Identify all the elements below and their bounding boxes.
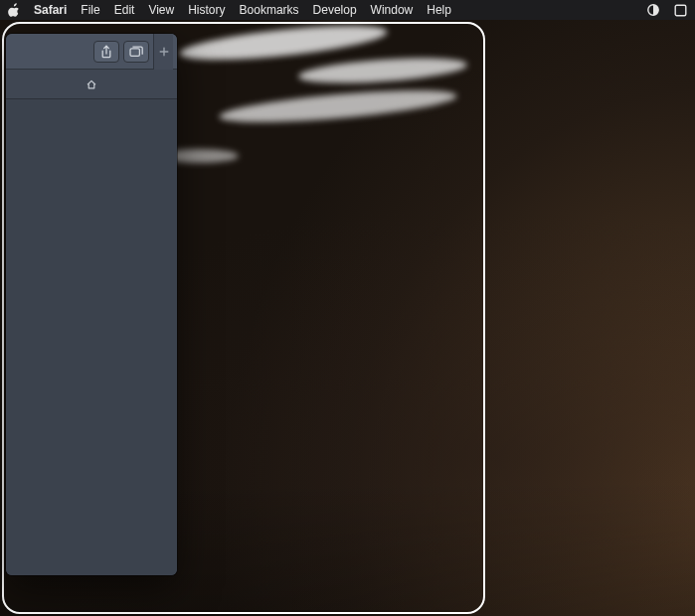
- status-toggle-icon[interactable]: [646, 3, 660, 17]
- menu-file[interactable]: File: [81, 3, 99, 17]
- safari-tab-strip: [6, 70, 177, 99]
- menu-edit[interactable]: Edit: [114, 3, 135, 17]
- svg-rect-2: [130, 48, 139, 56]
- menu-help[interactable]: Help: [427, 3, 451, 17]
- menu-bar-right: [646, 3, 687, 17]
- apple-logo-icon[interactable]: [8, 3, 20, 17]
- menu-view[interactable]: View: [148, 3, 174, 17]
- menu-bar: Safari File Edit View History Bookmarks …: [0, 0, 695, 20]
- toolbar-button-group: [93, 41, 149, 63]
- share-icon: [100, 45, 112, 59]
- menu-bar-left: Safari File Edit View History Bookmarks …: [8, 3, 451, 17]
- status-square-icon[interactable]: [674, 4, 687, 17]
- home-icon: [86, 78, 97, 90]
- safari-window[interactable]: [6, 34, 177, 575]
- menu-app-name[interactable]: Safari: [34, 3, 67, 17]
- share-button[interactable]: [93, 41, 119, 63]
- menu-window[interactable]: Window: [371, 3, 414, 17]
- safari-tab[interactable]: [6, 70, 177, 98]
- plus-icon: [159, 47, 169, 57]
- svg-rect-1: [675, 5, 686, 16]
- safari-toolbar: [6, 34, 177, 70]
- tabs-overview-icon: [129, 46, 143, 58]
- tabs-overview-button[interactable]: [123, 41, 149, 63]
- new-tab-button[interactable]: [153, 34, 173, 70]
- menu-bookmarks[interactable]: Bookmarks: [240, 3, 299, 17]
- menu-history[interactable]: History: [188, 3, 225, 17]
- menu-develop[interactable]: Develop: [313, 3, 357, 17]
- safari-content-area[interactable]: [6, 99, 177, 575]
